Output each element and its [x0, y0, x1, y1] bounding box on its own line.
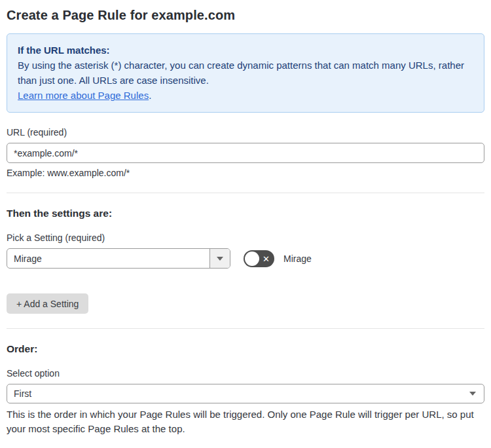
divider — [7, 328, 484, 329]
order-select-value: First — [14, 388, 31, 399]
url-input[interactable] — [7, 143, 484, 163]
link-suffix: . — [149, 90, 151, 101]
url-match-info-box: If the URL matches: By using the asteris… — [7, 33, 484, 113]
order-section-heading: Order: — [7, 343, 484, 355]
toggle-off-x-icon: ✕ — [263, 254, 270, 263]
toggle-label: Mirage — [283, 253, 312, 264]
setting-row: Mirage ✕ Mirage — [7, 248, 484, 269]
setting-select-value: Mirage — [7, 249, 209, 268]
order-select-label: Select option — [7, 368, 484, 379]
learn-more-link[interactable]: Learn more about Page Rules — [18, 90, 149, 101]
add-setting-button[interactable]: + Add a Setting — [7, 293, 88, 314]
order-select[interactable]: First — [7, 384, 484, 403]
info-box-link-line: Learn more about Page Rules. — [18, 88, 473, 103]
page-title: Create a Page Rule for example.com — [7, 8, 484, 23]
info-box-heading: If the URL matches: — [18, 43, 473, 58]
settings-section-heading: Then the settings are: — [7, 208, 484, 219]
url-field-helper: Example: www.example.com/* — [7, 168, 484, 178]
mirage-toggle[interactable]: ✕ — [244, 250, 274, 267]
info-box-body: By using the asterisk (*) character, you… — [18, 58, 473, 88]
order-section: Order: Select option First This is the o… — [7, 343, 484, 436]
chevron-down-icon — [469, 392, 476, 396]
setting-select-arrow-button[interactable] — [209, 249, 230, 268]
url-field-label: URL (required) — [7, 127, 484, 138]
setting-select[interactable]: Mirage — [7, 248, 230, 269]
pick-setting-label: Pick a Setting (required) — [7, 233, 484, 243]
divider — [7, 193, 484, 193]
order-helper-text: This is the order in which your Page Rul… — [7, 407, 478, 436]
url-field-group: URL (required) Example: www.example.com/… — [7, 127, 484, 178]
settings-section: Then the settings are: Pick a Setting (r… — [7, 208, 484, 314]
chevron-down-icon — [217, 257, 223, 261]
toggle-knob — [245, 252, 259, 266]
